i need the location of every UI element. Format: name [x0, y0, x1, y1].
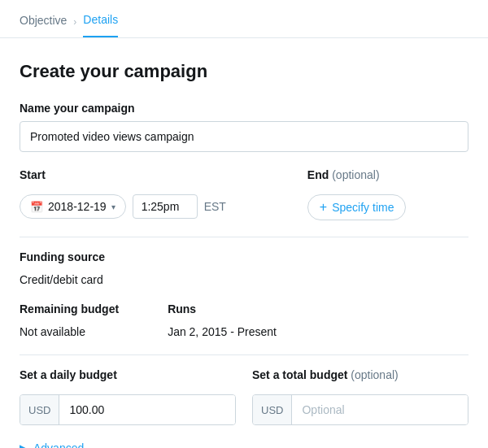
- budget-runs-grid: Remaining budget Not available Runs Jan …: [20, 302, 468, 338]
- page-title: Create your campaign: [20, 61, 468, 82]
- start-section: Start 📅 2018-12-19 ▾ EST: [20, 168, 226, 219]
- runs-value: Jan 2, 2015 - Present: [168, 325, 277, 338]
- total-budget-label: Set a total budget (optional): [252, 368, 468, 381]
- main-content: Create your campaign Name your campaign …: [0, 38, 488, 448]
- campaign-name-label: Name your campaign: [20, 102, 468, 115]
- start-controls: 📅 2018-12-19 ▾ EST: [20, 194, 226, 219]
- breadcrumb-details[interactable]: Details: [83, 13, 118, 37]
- end-optional-label: (optional): [332, 168, 379, 181]
- divider-2: [20, 354, 468, 355]
- total-budget-input[interactable]: [292, 395, 468, 424]
- campaign-name-input[interactable]: [20, 121, 468, 152]
- funding-source-block: Funding source Credit/debit card: [20, 250, 105, 286]
- timezone-label: EST: [204, 200, 226, 213]
- chevron-down-icon: ▾: [111, 202, 115, 211]
- remaining-budget-value: Not available: [20, 325, 119, 338]
- runs-label: Runs: [168, 302, 277, 315]
- end-section: End (optional) + Specify time: [307, 168, 407, 220]
- divider-1: [20, 237, 468, 237]
- daily-budget-label: Set a daily budget: [20, 368, 236, 381]
- funding-info-grid: Funding source Credit/debit card: [20, 250, 468, 286]
- runs-block: Runs Jan 2, 2015 - Present: [168, 302, 277, 338]
- daily-budget-input-group: USD: [20, 394, 236, 425]
- total-budget-input-group: USD: [252, 394, 468, 425]
- advanced-label: Advanced: [33, 441, 84, 448]
- total-budget-currency: USD: [253, 395, 292, 424]
- start-date-value: 2018-12-19: [48, 200, 107, 213]
- chevron-right-icon: ▶: [20, 442, 27, 448]
- funding-source-label: Funding source: [20, 250, 105, 263]
- budget-row: Set a daily budget USD Set a total budge…: [20, 368, 468, 425]
- breadcrumb-chevron-icon: ›: [73, 16, 76, 34]
- daily-budget-currency: USD: [20, 395, 59, 424]
- end-label: End (optional): [307, 168, 407, 181]
- plus-icon: +: [320, 200, 327, 215]
- start-label: Start: [20, 168, 226, 181]
- remaining-budget-block: Remaining budget Not available: [20, 302, 119, 338]
- specify-time-label: Specify time: [332, 201, 394, 214]
- breadcrumb: Objective › Details: [0, 0, 488, 38]
- start-time-input[interactable]: [133, 194, 198, 219]
- daily-budget-input[interactable]: [59, 395, 235, 424]
- funding-source-value: Credit/debit card: [20, 273, 105, 286]
- remaining-budget-label: Remaining budget: [20, 302, 119, 315]
- breadcrumb-objective[interactable]: Objective: [20, 14, 67, 37]
- campaign-name-section: Name your campaign: [20, 102, 468, 152]
- advanced-toggle[interactable]: ▶ Advanced: [20, 441, 468, 448]
- start-date-dropdown[interactable]: 📅 2018-12-19 ▾: [20, 194, 126, 219]
- total-budget-optional-label: (optional): [351, 368, 398, 381]
- calendar-icon: 📅: [30, 201, 43, 213]
- start-end-row: Start 📅 2018-12-19 ▾ EST End (optional) …: [20, 168, 468, 220]
- daily-budget-section: Set a daily budget USD: [20, 368, 236, 425]
- specify-time-button[interactable]: + Specify time: [307, 194, 407, 220]
- total-budget-section: Set a total budget (optional) USD: [252, 368, 468, 425]
